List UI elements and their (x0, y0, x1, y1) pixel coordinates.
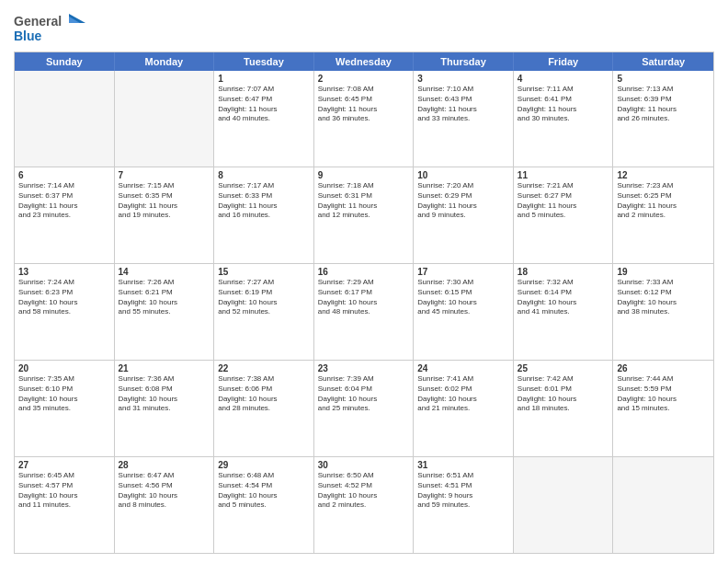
calendar-header-day: Friday (514, 52, 614, 71)
logo-icon: General Blue (14, 9, 87, 46)
day-info: Sunrise: 7:41 AMSunset: 6:02 PMDaylight:… (417, 374, 509, 414)
calendar-row: 27Sunrise: 6:45 AMSunset: 4:57 PMDayligh… (15, 456, 713, 553)
day-info: Sunrise: 7:35 AMSunset: 6:10 PMDaylight:… (18, 374, 110, 414)
calendar-header-day: Sunday (15, 52, 115, 71)
calendar-row: 13Sunrise: 7:24 AMSunset: 6:23 PMDayligh… (15, 263, 713, 360)
day-number: 27 (18, 460, 110, 470)
day-number: 25 (518, 363, 609, 373)
day-number: 30 (318, 460, 410, 470)
day-info: Sunrise: 7:18 AMSunset: 6:31 PMDaylight:… (318, 181, 410, 221)
day-info: Sunrise: 7:27 AMSunset: 6:19 PMDaylight:… (218, 278, 310, 317)
day-number: 22 (218, 363, 310, 373)
calendar-cell: 23Sunrise: 7:39 AMSunset: 6:04 PMDayligh… (314, 361, 415, 456)
day-number: 1 (218, 74, 310, 84)
calendar-cell: 1Sunrise: 7:07 AMSunset: 6:47 PMDaylight… (214, 71, 314, 167)
day-info: Sunrise: 7:30 AMSunset: 6:15 PMDaylight:… (417, 278, 509, 317)
day-number: 12 (617, 170, 710, 180)
day-number: 31 (417, 460, 509, 470)
day-info: Sunrise: 7:15 AMSunset: 6:35 PMDaylight:… (119, 181, 210, 221)
day-info: Sunrise: 7:44 AMSunset: 5:59 PMDaylight:… (617, 374, 710, 414)
day-number: 5 (617, 74, 710, 84)
day-number: 6 (18, 170, 110, 180)
calendar-header-day: Saturday (613, 52, 713, 71)
calendar-cell: 16Sunrise: 7:29 AMSunset: 6:17 PMDayligh… (314, 264, 415, 360)
day-number: 9 (318, 170, 410, 180)
calendar-cell: 30Sunrise: 6:50 AMSunset: 4:52 PMDayligh… (314, 457, 415, 553)
logo: General Blue (14, 9, 87, 46)
calendar-cell (15, 71, 115, 167)
calendar-header-day: Tuesday (214, 52, 314, 71)
calendar-row: 6Sunrise: 7:14 AMSunset: 6:37 PMDaylight… (15, 167, 713, 263)
day-info: Sunrise: 7:07 AMSunset: 6:47 PMDaylight:… (218, 85, 310, 124)
day-info: Sunrise: 7:10 AMSunset: 6:43 PMDaylight:… (417, 85, 509, 124)
day-number: 19 (617, 267, 710, 277)
svg-text:General: General (14, 14, 62, 29)
calendar-cell: 2Sunrise: 7:08 AMSunset: 6:45 PMDaylight… (314, 71, 415, 167)
day-info: Sunrise: 7:36 AMSunset: 6:08 PMDaylight:… (119, 374, 210, 414)
day-number: 20 (18, 363, 110, 373)
calendar-cell: 11Sunrise: 7:21 AMSunset: 6:27 PMDayligh… (514, 167, 614, 263)
calendar-cell: 20Sunrise: 7:35 AMSunset: 6:10 PMDayligh… (15, 361, 115, 456)
day-info: Sunrise: 7:32 AMSunset: 6:14 PMDaylight:… (518, 278, 609, 317)
calendar-cell: 14Sunrise: 7:26 AMSunset: 6:21 PMDayligh… (115, 264, 215, 360)
calendar-cell: 26Sunrise: 7:44 AMSunset: 5:59 PMDayligh… (613, 361, 713, 456)
calendar: SundayMondayTuesdayWednesdayThursdayFrid… (14, 52, 714, 554)
calendar-cell: 5Sunrise: 7:13 AMSunset: 6:39 PMDaylight… (613, 71, 713, 167)
calendar-cell: 4Sunrise: 7:11 AMSunset: 6:41 PMDaylight… (514, 71, 614, 167)
day-info: Sunrise: 7:23 AMSunset: 6:25 PMDaylight:… (617, 181, 710, 221)
day-info: Sunrise: 7:08 AMSunset: 6:45 PMDaylight:… (318, 85, 410, 124)
day-info: Sunrise: 7:20 AMSunset: 6:29 PMDaylight:… (417, 181, 509, 221)
svg-text:Blue: Blue (14, 29, 42, 43)
calendar-cell: 21Sunrise: 7:36 AMSunset: 6:08 PMDayligh… (115, 361, 215, 456)
day-info: Sunrise: 6:48 AMSunset: 4:54 PMDaylight:… (218, 471, 310, 511)
calendar-body: 1Sunrise: 7:07 AMSunset: 6:47 PMDaylight… (15, 71, 713, 553)
day-info: Sunrise: 7:26 AMSunset: 6:21 PMDaylight:… (119, 278, 210, 317)
calendar-cell (514, 457, 614, 553)
calendar-cell: 28Sunrise: 6:47 AMSunset: 4:56 PMDayligh… (115, 457, 215, 553)
day-info: Sunrise: 6:51 AMSunset: 4:51 PMDaylight:… (417, 471, 509, 511)
day-number: 14 (119, 267, 210, 277)
calendar-cell (613, 457, 713, 553)
calendar-header-day: Monday (115, 52, 215, 71)
header: General Blue (14, 9, 714, 46)
day-info: Sunrise: 6:47 AMSunset: 4:56 PMDaylight:… (119, 471, 210, 511)
day-info: Sunrise: 7:11 AMSunset: 6:41 PMDaylight:… (518, 85, 609, 124)
calendar-cell: 18Sunrise: 7:32 AMSunset: 6:14 PMDayligh… (514, 264, 614, 360)
day-number: 15 (218, 267, 310, 277)
calendar-cell: 25Sunrise: 7:42 AMSunset: 6:01 PMDayligh… (514, 361, 614, 456)
calendar-cell: 29Sunrise: 6:48 AMSunset: 4:54 PMDayligh… (214, 457, 314, 553)
calendar-cell: 7Sunrise: 7:15 AMSunset: 6:35 PMDaylight… (115, 167, 215, 263)
calendar-cell (115, 71, 215, 167)
day-info: Sunrise: 7:24 AMSunset: 6:23 PMDaylight:… (18, 278, 110, 317)
day-number: 2 (318, 74, 410, 84)
day-number: 18 (518, 267, 609, 277)
day-number: 3 (417, 74, 509, 84)
calendar-cell: 31Sunrise: 6:51 AMSunset: 4:51 PMDayligh… (414, 457, 514, 553)
day-number: 21 (119, 363, 210, 373)
day-number: 11 (518, 170, 609, 180)
day-info: Sunrise: 7:13 AMSunset: 6:39 PMDaylight:… (617, 85, 710, 124)
calendar-cell: 15Sunrise: 7:27 AMSunset: 6:19 PMDayligh… (214, 264, 314, 360)
day-info: Sunrise: 7:14 AMSunset: 6:37 PMDaylight:… (18, 181, 110, 221)
calendar-header: SundayMondayTuesdayWednesdayThursdayFrid… (15, 52, 713, 71)
day-number: 8 (218, 170, 310, 180)
calendar-cell: 24Sunrise: 7:41 AMSunset: 6:02 PMDayligh… (414, 361, 514, 456)
calendar-cell: 12Sunrise: 7:23 AMSunset: 6:25 PMDayligh… (613, 167, 713, 263)
calendar-cell: 13Sunrise: 7:24 AMSunset: 6:23 PMDayligh… (15, 264, 115, 360)
day-info: Sunrise: 6:45 AMSunset: 4:57 PMDaylight:… (18, 471, 110, 511)
calendar-cell: 17Sunrise: 7:30 AMSunset: 6:15 PMDayligh… (414, 264, 514, 360)
calendar-header-day: Thursday (414, 52, 514, 71)
day-info: Sunrise: 7:17 AMSunset: 6:33 PMDaylight:… (218, 181, 310, 221)
calendar-cell: 9Sunrise: 7:18 AMSunset: 6:31 PMDaylight… (314, 167, 415, 263)
day-info: Sunrise: 7:29 AMSunset: 6:17 PMDaylight:… (318, 278, 410, 317)
day-info: Sunrise: 7:42 AMSunset: 6:01 PMDaylight:… (518, 374, 609, 414)
day-number: 17 (417, 267, 509, 277)
calendar-cell: 3Sunrise: 7:10 AMSunset: 6:43 PMDaylight… (414, 71, 514, 167)
calendar-cell: 10Sunrise: 7:20 AMSunset: 6:29 PMDayligh… (414, 167, 514, 263)
calendar-cell: 19Sunrise: 7:33 AMSunset: 6:12 PMDayligh… (613, 264, 713, 360)
day-number: 23 (318, 363, 410, 373)
day-info: Sunrise: 7:33 AMSunset: 6:12 PMDaylight:… (617, 278, 710, 317)
calendar-cell: 22Sunrise: 7:38 AMSunset: 6:06 PMDayligh… (214, 361, 314, 456)
day-info: Sunrise: 7:39 AMSunset: 6:04 PMDaylight:… (318, 374, 410, 414)
page: General Blue SundayMondayTuesdayWednesda… (0, 0, 728, 563)
